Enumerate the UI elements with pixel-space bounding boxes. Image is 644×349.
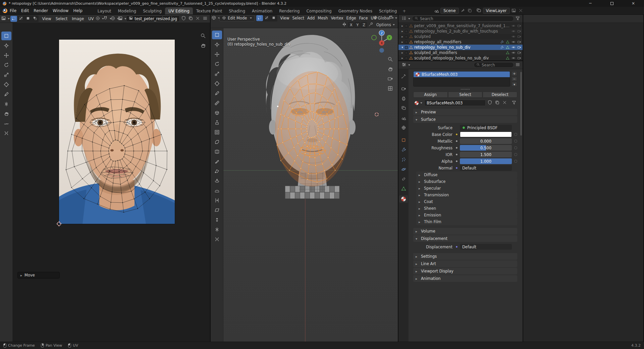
vp-menu-select[interactable]: Select (291, 16, 306, 20)
select-mode-vertex[interactable] (256, 15, 263, 21)
workspace-tab-modeling[interactable]: Modeling (115, 7, 140, 14)
disable-render-icon[interactable] (517, 35, 521, 39)
outliner-row[interactable]: ▸ retopology_all_modifiers (398, 39, 523, 45)
hide-viewport-icon[interactable] (511, 40, 516, 44)
tab-view-layer[interactable] (399, 105, 408, 112)
panel-volume[interactable]: ▸Volume (413, 228, 517, 235)
spin-tool-button[interactable] (212, 177, 222, 185)
unlink-image-button[interactable] (194, 16, 201, 22)
browse-material-button[interactable] (413, 100, 424, 106)
disable-render-icon[interactable] (517, 24, 521, 28)
rip-tool-button[interactable] (212, 225, 222, 234)
checkbox-icon[interactable] (405, 46, 408, 49)
material-name-field[interactable]: BSurfaceMesh.003 (424, 100, 486, 106)
outliner-row-selected[interactable]: ▾ retopology_holes_no_sub_div (398, 45, 523, 50)
checkbox-icon[interactable] (405, 30, 408, 33)
mode-selector[interactable]: Edit Mode (219, 15, 255, 21)
new-scene-icon[interactable] (467, 8, 473, 14)
displacement-select[interactable]: Default (460, 244, 512, 250)
outliner-row[interactable]: ▸ retopology_holes_2_sub_div_with_touchu… (398, 29, 523, 34)
options-dropdown[interactable]: Options (375, 22, 396, 28)
panel-settings[interactable]: ▸Settings (413, 253, 517, 260)
slide-tool-button[interactable] (212, 196, 222, 205)
uv-menu-view[interactable]: View (40, 16, 53, 21)
workspace-tab-texture-paint[interactable]: Texture Paint (193, 7, 225, 14)
deselect-button[interactable]: Deselect (483, 92, 517, 98)
transform-orientation-button[interactable]: Global (378, 15, 389, 21)
panel-surface[interactable]: ▾Surface (413, 116, 517, 123)
shrink-tool-button[interactable] (212, 215, 222, 224)
roughness-slider[interactable]: 0.500 (460, 145, 512, 151)
panel-sheen[interactable]: ▸Sheen (416, 205, 517, 212)
polybuild-tool-button[interactable] (212, 167, 222, 176)
decorator-icon[interactable] (514, 153, 517, 156)
uv-select-mode-island[interactable] (32, 16, 38, 22)
uv-header-overflow-button[interactable] (202, 16, 208, 22)
workspace-tab-animation[interactable]: Animation (249, 7, 276, 14)
menu-render[interactable]: Render (31, 7, 50, 14)
cursor-tool-button[interactable] (212, 40, 222, 49)
panel-thin-film[interactable]: ▸Thin Film (416, 218, 517, 225)
outliner-row[interactable]: ▸ sculpted_retopology_holes_no_sub_div (398, 55, 523, 60)
ior-slider[interactable]: 1.500 (460, 152, 512, 157)
pinch-tool-button[interactable] (1, 129, 11, 138)
blender-menu-logo[interactable] (3, 8, 7, 13)
hide-viewport-icon[interactable] (511, 24, 516, 28)
panel-displacement[interactable]: ▾Displacement (413, 235, 517, 242)
rip-tool-button[interactable] (1, 100, 11, 108)
decorator-icon[interactable] (514, 133, 517, 136)
pan-icon[interactable] (200, 43, 206, 49)
uv-menu-image[interactable]: Image (70, 16, 86, 21)
workspace-tab-sculpting[interactable]: Sculpting (140, 7, 165, 14)
menu-window[interactable]: Window (50, 7, 71, 14)
viewport-canvas[interactable]: User Perspective (0) retopology_holes_no… (223, 28, 398, 342)
outliner-search-input[interactable]: Search (412, 16, 514, 21)
hide-viewport-icon[interactable] (511, 56, 516, 60)
workspace-tab-scripting[interactable]: Scripting (376, 7, 400, 14)
operator-panel-move[interactable]: ▸Move (17, 272, 60, 279)
scale-tool-button[interactable] (1, 70, 11, 79)
vp-menu-edge[interactable]: Edge (345, 16, 358, 20)
menu-edit[interactable]: Edit (19, 7, 31, 14)
surface-shader-select[interactable]: Principled BSDF (460, 125, 512, 131)
select-box-tool-button[interactable] (212, 31, 222, 39)
checkbox-icon[interactable] (405, 24, 408, 28)
tab-constraints[interactable] (399, 176, 408, 183)
hide-viewport-icon[interactable] (511, 51, 516, 55)
transform-tool-button[interactable] (212, 79, 222, 88)
alpha-slider[interactable]: 1.000 (460, 158, 512, 164)
hide-viewport-icon[interactable] (511, 45, 516, 50)
panel-subsurface[interactable]: ▸Subsurface (416, 178, 517, 185)
image-datablock-field[interactable]: test_peter_resized.jpg (126, 15, 180, 22)
snap-target-button[interactable] (368, 22, 374, 28)
checkbox-icon[interactable] (405, 57, 408, 60)
outliner-filter-button[interactable] (514, 16, 521, 22)
outliner-row[interactable]: ▸ sculpted (398, 34, 523, 39)
uv-select-mode-edge[interactable] (17, 16, 24, 22)
workspace-tab-compositing[interactable]: Compositing (303, 7, 335, 14)
tab-render[interactable] (399, 86, 408, 93)
disable-render-icon[interactable] (517, 51, 521, 55)
workspace-tab-geometry-nodes[interactable]: Geometry Nodes (335, 7, 376, 14)
tab-output[interactable] (399, 95, 408, 103)
checkbox-icon[interactable] (405, 35, 408, 38)
panel-specular[interactable]: ▸Specular (416, 185, 517, 192)
disable-render-icon[interactable] (517, 56, 521, 60)
mirror-z-toggle[interactable]: Z (361, 22, 367, 28)
vp-menu-view[interactable]: View (279, 16, 290, 20)
loopcut-tool-button[interactable] (212, 147, 222, 156)
panel-transmission[interactable]: ▸Transmission (416, 192, 517, 198)
extrude-tool-button[interactable] (212, 118, 222, 127)
workspace-tab-shading[interactable]: Shading (225, 7, 249, 14)
properties-scrollbar[interactable] (520, 72, 522, 136)
outliner-editor-type-button[interactable] (400, 16, 412, 22)
select-button[interactable]: Select (448, 92, 483, 98)
fake-user-button[interactable] (486, 100, 493, 106)
select-box-tool-button[interactable] (1, 32, 11, 40)
rotate-tool-button[interactable] (1, 61, 11, 69)
move-tool-button[interactable] (212, 50, 222, 59)
tab-object[interactable] (399, 137, 408, 144)
material-filter-button[interactable] (511, 100, 517, 106)
cube-tool-button[interactable] (212, 108, 222, 117)
add-workspace-button[interactable]: + (400, 7, 408, 14)
